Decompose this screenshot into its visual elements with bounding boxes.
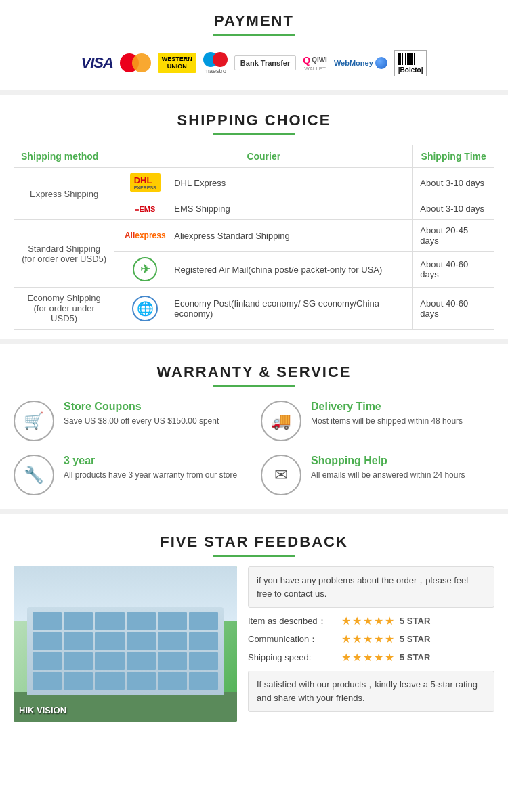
shipping-header-row: Shipping method Courier Shipping Time bbox=[14, 145, 494, 168]
star-5: ★ bbox=[385, 614, 394, 627]
coupons-desc: Save US $8.00 off every US $150.00 spent bbox=[64, 415, 219, 427]
rating-row-communication: Communication： ★ ★ ★ ★ ★ 5 STAR bbox=[248, 633, 494, 646]
rating-label-communication: Communication： bbox=[248, 633, 336, 646]
bank-transfer-text: Bank Transfer bbox=[234, 55, 296, 70]
warranty-3year-title: 3 year bbox=[64, 455, 237, 467]
feedback-section: FIVE STAR FEEDBACK HIK VISION bbox=[0, 521, 508, 736]
economy-logo: 🌐 bbox=[132, 296, 158, 321]
payment-underline bbox=[213, 34, 295, 36]
webmoney-globe bbox=[375, 57, 387, 69]
star-1: ★ bbox=[341, 651, 351, 664]
dhl-time: About 3-10 days bbox=[413, 168, 494, 198]
delivery-content: Delivery Time Most items will be shipped… bbox=[311, 401, 463, 427]
coupons-icon: 🛒 bbox=[14, 401, 54, 441]
qiwi-logo: Q QIWI WALLET bbox=[303, 51, 327, 75]
qiwi-content: Q QIWI WALLET bbox=[303, 55, 327, 72]
star-2: ★ bbox=[352, 614, 362, 627]
table-row: Express Shipping DHLEXPRESS DHL Express … bbox=[14, 168, 494, 198]
rating-text-communication: 5 STAR bbox=[400, 634, 430, 644]
warranty-grid: 🛒 Store Coupons Save US $8.00 off every … bbox=[14, 401, 494, 495]
star-5: ★ bbox=[385, 633, 394, 646]
help-desc: All emails will be answered within 24 ho… bbox=[311, 470, 465, 481]
rating-row-shipping: Shipping speed: ★ ★ ★ ★ ★ 5 STAR bbox=[248, 651, 494, 664]
feedback-underline bbox=[213, 555, 295, 557]
boleto-content: |Boleto| bbox=[394, 50, 427, 76]
ali-name: Aliexpress Standard Shipping bbox=[174, 231, 290, 241]
airmail-logo: ✈ bbox=[133, 257, 157, 281]
economy-logo-container: 🌐 bbox=[121, 296, 169, 321]
ali-express-text: express bbox=[135, 231, 165, 240]
warranty-icon: 🔧 bbox=[14, 455, 54, 495]
coupons-content: Store Coupons Save US $8.00 off every US… bbox=[64, 401, 219, 427]
delivery-title: Delivery Time bbox=[311, 401, 463, 413]
image-placeholder: HIK VISION bbox=[14, 566, 237, 722]
coupons-title: Store Coupons bbox=[64, 401, 219, 413]
maestro-label: maestro bbox=[205, 68, 227, 74]
warranty-content-3year: 3 year All products have 3 year warranty… bbox=[64, 455, 237, 481]
ems-row: ≡EMS EMS Shipping bbox=[121, 204, 406, 214]
economy-courier-cell: 🌐 Economy Post(finland economy/ SG econo… bbox=[114, 288, 413, 330]
rating-label-shipping: Shipping speed: bbox=[248, 652, 336, 662]
star-4: ★ bbox=[374, 614, 383, 627]
building-image: HIK VISION bbox=[14, 566, 237, 722]
warranty-item-coupons: 🛒 Store Coupons Save US $8.00 off every … bbox=[14, 401, 247, 441]
dhl-logo: DHLEXPRESS bbox=[130, 173, 161, 192]
help-title: Shopping Help bbox=[311, 455, 465, 467]
feedback-right: if you have any problems about the order… bbox=[248, 566, 494, 722]
warranty-item-3year: 🔧 3 year All products have 3 year warran… bbox=[14, 455, 247, 495]
dhl-courier-cell: DHLEXPRESS DHL Express bbox=[114, 168, 413, 198]
boleto-bars bbox=[398, 53, 423, 65]
ems-time: About 3-10 days bbox=[413, 198, 494, 220]
webmoney-text: WebMoney bbox=[334, 59, 373, 67]
divider-1 bbox=[0, 90, 508, 95]
standard-method: Standard Shipping(for order over USD5) bbox=[14, 220, 114, 288]
mastercard-circles bbox=[120, 53, 151, 72]
divider-2 bbox=[0, 339, 508, 344]
star-3: ★ bbox=[363, 651, 373, 664]
stars-described: ★ ★ ★ ★ ★ bbox=[341, 614, 394, 627]
feedback-content: HIK VISION if you have any problems abou… bbox=[14, 566, 494, 722]
ali-logo: Aliexpress bbox=[125, 231, 166, 240]
mc-yellow-circle bbox=[132, 53, 151, 72]
ems-logo: ≡EMS bbox=[135, 205, 155, 213]
stars-communication: ★ ★ ★ ★ ★ bbox=[341, 633, 394, 646]
ratings-block: Item as described： ★ ★ ★ ★ ★ 5 STAR Comm… bbox=[248, 614, 494, 664]
col-courier: Courier bbox=[114, 145, 413, 168]
stars-shipping: ★ ★ ★ ★ ★ bbox=[341, 651, 394, 664]
help-icon: ✉ bbox=[261, 455, 301, 495]
economy-time: About 40-60 days bbox=[413, 288, 494, 330]
help-content: Shopping Help All emails will be answere… bbox=[311, 455, 465, 481]
dhl-logo-container: DHLEXPRESS bbox=[121, 173, 169, 192]
ali-time: About 20-45 days bbox=[413, 220, 494, 252]
delivery-desc: Most items will be shipped within 48 hou… bbox=[311, 415, 463, 427]
airmail-courier-cell: ✈ Registered Air Mail(china post/e packe… bbox=[114, 252, 413, 288]
ali-courier-cell: Aliexpress Aliexpress Standard Shipping bbox=[114, 220, 413, 252]
airmail-logo-container: ✈ bbox=[121, 257, 169, 281]
maestro-circles bbox=[203, 52, 228, 67]
feedback-message: if you have any problems about the order… bbox=[248, 566, 494, 608]
payment-section: PAYMENT VISA WESTERNUNION maestro bbox=[0, 0, 508, 90]
economy-name: Economy Post(finland economy/ SG economy… bbox=[174, 298, 406, 319]
rating-row-described: Item as described： ★ ★ ★ ★ ★ 5 STAR bbox=[248, 614, 494, 627]
warranty-3year-desc: All products have 3 year warranty from o… bbox=[64, 470, 237, 481]
warranty-section: WARRANTY & SERVICE 🛒 Store Coupons Save … bbox=[0, 351, 508, 509]
bank-transfer-logo: Bank Transfer bbox=[234, 51, 296, 75]
shipping-section: SHIPPING CHOICE Shipping method Courier … bbox=[0, 99, 508, 339]
star-1: ★ bbox=[341, 614, 351, 627]
delivery-icon: 🚚 bbox=[261, 401, 301, 441]
mastercard-logo bbox=[120, 51, 151, 75]
warranty-item-delivery: 🚚 Delivery Time Most items will be shipp… bbox=[261, 401, 494, 441]
qiwi-q: Q bbox=[303, 55, 310, 66]
star-4: ★ bbox=[374, 633, 383, 646]
warranty-item-help: ✉ Shopping Help All emails will be answe… bbox=[261, 455, 494, 495]
boleto-text: |Boleto| bbox=[398, 66, 423, 74]
rating-label-described: Item as described： bbox=[248, 615, 336, 627]
dhl-row: DHLEXPRESS DHL Express bbox=[121, 173, 406, 192]
qiwi-wallet-label: WALLET bbox=[304, 66, 326, 72]
building-windows bbox=[27, 607, 224, 695]
star-3: ★ bbox=[363, 633, 373, 646]
webmoney-content: WebMoney bbox=[334, 57, 387, 69]
dhl-express-text: EXPRESS bbox=[134, 185, 156, 190]
hikvision-label: HIK VISION bbox=[19, 705, 66, 715]
economy-method: Economy Shipping(for order under USD5) bbox=[14, 288, 114, 330]
